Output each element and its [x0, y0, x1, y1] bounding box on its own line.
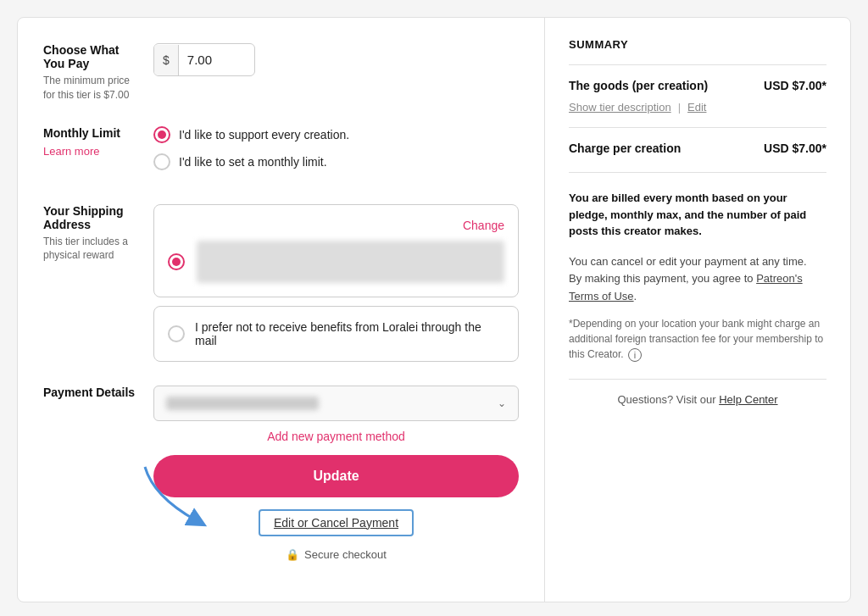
right-panel: SUMMARY The goods (per creation) USD $7.… — [545, 18, 850, 602]
checkout-container: Choose What You Pay The minimum price fo… — [17, 17, 851, 602]
info-icon: i — [628, 348, 642, 362]
edit-cancel-wrapper: Edit or Cancel Payment — [153, 509, 519, 536]
address-blurred — [197, 241, 504, 283]
choose-pay-title: Choose What You Pay — [43, 43, 136, 70]
choose-pay-label: Choose What You Pay The minimum price fo… — [43, 43, 136, 103]
goods-label: The goods (per creation) — [569, 79, 708, 92]
terms-cancel-text: You can cancel or edit your payment at a… — [569, 255, 807, 268]
show-tier-link[interactable]: Show tier description — [569, 101, 671, 114]
choose-pay-section: Choose What You Pay The minimum price fo… — [43, 43, 519, 103]
monthly-limit-label: Monthly Limit Learn more — [43, 126, 136, 158]
goods-row: The goods (per creation) USD $7.00* — [569, 79, 826, 92]
charge-value: USD $7.00* — [764, 142, 826, 155]
payment-blurred — [166, 397, 319, 410]
price-input[interactable] — [179, 44, 247, 75]
goods-value: USD $7.00* — [764, 79, 826, 92]
price-input-wrapper: $ — [153, 43, 255, 76]
blue-arrow-annotation — [136, 463, 221, 530]
radio-every-creation[interactable]: I'd like to support every creation. — [153, 126, 519, 143]
terms-text-1: You can cancel or edit your payment at a… — [569, 253, 826, 306]
billing-info: You are billed every month based on your… — [569, 190, 826, 240]
shipping-content: Change I prefer not to receive benefits … — [153, 204, 519, 362]
terms-link[interactable]: Patreon's Terms of Use — [569, 272, 803, 302]
change-link[interactable]: Change — [463, 219, 504, 232]
left-panel: Choose What You Pay The minimum price fo… — [18, 18, 545, 602]
payment-title: Payment Details — [43, 386, 136, 399]
monthly-limit-section: Monthly Limit Learn more I'd like to sup… — [43, 126, 519, 180]
summary-title: SUMMARY — [569, 38, 826, 65]
edit-link[interactable]: Edit — [687, 101, 706, 114]
help-center-link[interactable]: Help Center — [719, 393, 777, 406]
radio-monthly-limit-circle — [153, 153, 170, 170]
address-card-body — [168, 241, 504, 283]
radio-monthly-limit[interactable]: I'd like to set a monthly limit. — [153, 153, 519, 170]
payment-content: ⌄ Add new payment method Update Edit — [153, 386, 519, 561]
no-benefits-text: I prefer not to receive benefits from Lo… — [195, 320, 504, 347]
shipping-section: Your Shipping Address This tier includes… — [43, 204, 519, 362]
address-card-header: Change — [168, 219, 504, 232]
radio-every-creation-label: I'd like to support every creation. — [179, 128, 349, 142]
chevron-down-icon: ⌄ — [498, 397, 506, 409]
learn-more-link[interactable]: Learn more — [43, 145, 99, 158]
monthly-limit-title: Monthly Limit — [43, 126, 136, 140]
summary-links: Show tier description | Edit — [569, 101, 826, 128]
choose-pay-description: The minimum price for this tier is $7.00 — [43, 74, 136, 103]
edit-cancel-link[interactable]: Edit or Cancel Payment — [259, 509, 414, 536]
secure-checkout-text: Secure checkout — [304, 548, 387, 561]
payment-dropdown[interactable]: ⌄ — [153, 386, 519, 421]
footnote-text: *Depending on your location your bank mi… — [569, 316, 826, 380]
shipping-title: Your Shipping Address — [43, 204, 136, 231]
no-benefits-card[interactable]: I prefer not to receive benefits from Lo… — [153, 306, 519, 362]
lock-icon: 🔒 — [286, 548, 299, 561]
radio-monthly-limit-label: I'd like to set a monthly limit. — [179, 155, 327, 169]
monthly-limit-content: I'd like to support every creation. I'd … — [153, 126, 519, 180]
shipping-description: This tier includes a physical reward — [43, 235, 136, 264]
charge-row: Charge per creation USD $7.00* — [569, 142, 826, 173]
add-payment-link[interactable]: Add new payment method — [153, 430, 519, 443]
payment-label: Payment Details — [43, 386, 136, 402]
charge-label: Charge per creation — [569, 142, 681, 155]
shipping-label: Your Shipping Address This tier includes… — [43, 204, 136, 264]
payment-section: Payment Details ⌄ Add new payment method… — [43, 386, 519, 561]
radio-every-creation-circle — [153, 126, 170, 143]
address-radio-circle — [168, 253, 185, 270]
help-center-text: Questions? Visit our Help Center — [569, 393, 826, 406]
summary-divider: | — [678, 101, 681, 114]
no-benefits-radio-circle — [168, 325, 185, 342]
address-card: Change — [153, 204, 519, 297]
currency-symbol: $ — [154, 45, 179, 75]
choose-pay-content: $ — [153, 43, 519, 76]
secure-checkout: 🔒 Secure checkout — [153, 548, 519, 561]
